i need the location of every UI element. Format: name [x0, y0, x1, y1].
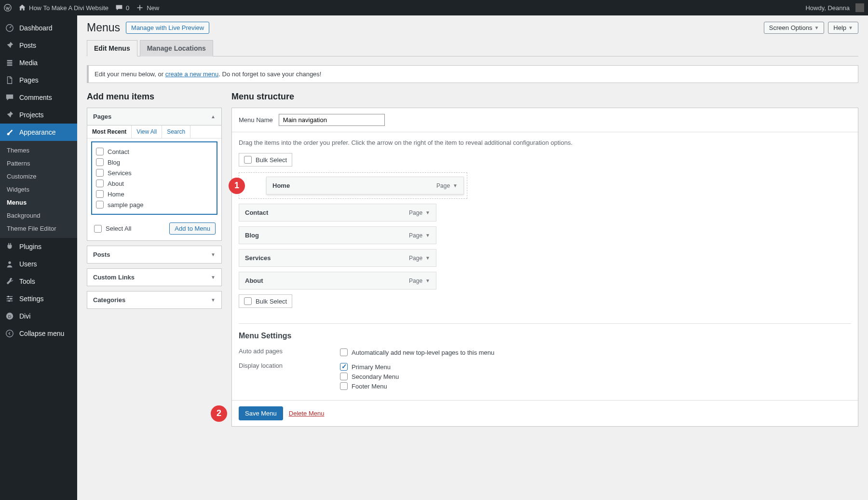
- create-menu-link[interactable]: create a new menu: [165, 70, 219, 78]
- sidebar-item-dashboard[interactable]: Dashboard: [0, 19, 77, 37]
- metabox-pages-toggle[interactable]: Pages ▲: [87, 108, 221, 125]
- caret-down-icon[interactable]: ▼: [425, 278, 430, 283]
- submenu-widgets[interactable]: Widgets: [0, 183, 77, 196]
- comment-icon: [115, 4, 123, 12]
- sidebar-item-settings[interactable]: Settings: [0, 290, 77, 307]
- page-check-services[interactable]: Services: [95, 167, 214, 178]
- caret-down-icon[interactable]: ▼: [425, 210, 430, 215]
- media-icon: [5, 58, 14, 68]
- page-check-about[interactable]: About: [95, 178, 214, 189]
- checkbox[interactable]: [96, 169, 104, 177]
- sidebar-item-projects[interactable]: Projects: [0, 106, 77, 124]
- menu-name-input[interactable]: [279, 114, 385, 126]
- metabox-posts-toggle[interactable]: Posts▼: [87, 246, 221, 263]
- account-link[interactable]: Howdy, Deanna: [805, 3, 864, 12]
- submenu-themes[interactable]: Themes: [0, 144, 77, 157]
- metabox-cats-toggle[interactable]: Categories▼: [87, 292, 221, 308]
- sidebar-item-appearance[interactable]: Appearance: [0, 124, 77, 141]
- location-primary[interactable]: Primary Menu: [340, 362, 399, 372]
- checkbox[interactable]: [340, 382, 348, 390]
- add-items-heading: Add menu items: [87, 92, 222, 102]
- checkbox[interactable]: [340, 373, 348, 380]
- checkbox[interactable]: [96, 148, 104, 155]
- menu-item-contact[interactable]: Contact Page▼: [239, 204, 436, 222]
- subtab-search[interactable]: Search: [162, 125, 190, 138]
- add-to-menu-button[interactable]: Add to Menu: [169, 222, 216, 235]
- page-check-contact[interactable]: Contact: [95, 146, 214, 157]
- menu-item-type: Page: [409, 255, 422, 262]
- menu-item-title: Contact: [245, 209, 268, 216]
- menu-item-services[interactable]: Services Page▼: [239, 249, 436, 267]
- menu-item-title: About: [245, 277, 263, 284]
- pages-subtabs: Most Recent View All Search: [87, 125, 221, 139]
- sidebar-item-media[interactable]: Media: [0, 54, 77, 71]
- checkbox[interactable]: [96, 180, 104, 187]
- checkbox[interactable]: [94, 225, 102, 233]
- sidebar-item-collapse[interactable]: Collapse menu: [0, 325, 77, 342]
- page-check-sample[interactable]: sample page: [95, 199, 214, 210]
- sidebar-item-posts[interactable]: Posts: [0, 37, 77, 54]
- checkbox[interactable]: [96, 190, 104, 198]
- submenu-menus[interactable]: Menus: [0, 196, 77, 209]
- checkbox[interactable]: [340, 348, 348, 356]
- select-all-pages[interactable]: Select All: [93, 223, 132, 234]
- caret-up-icon: ▲: [211, 114, 216, 119]
- page-check-home[interactable]: Home: [95, 189, 214, 199]
- site-link[interactable]: How To Make A Divi Website: [18, 4, 108, 12]
- tab-edit-menus[interactable]: Edit Menus: [87, 40, 137, 56]
- location-secondary[interactable]: Secondary Menu: [340, 372, 399, 381]
- bulk-select-bottom[interactable]: Bulk Select: [239, 294, 292, 308]
- location-footer[interactable]: Footer Menu: [340, 381, 399, 391]
- sidebar-item-comments[interactable]: Comments: [0, 89, 77, 106]
- new-link[interactable]: New: [136, 4, 159, 12]
- checkbox[interactable]: [244, 156, 252, 164]
- screen-options-button[interactable]: Screen Options▼: [764, 22, 825, 34]
- greeting: Howdy, Deanna: [805, 4, 850, 12]
- wp-logo-link[interactable]: [4, 4, 12, 12]
- menu-item-about[interactable]: About Page▼: [239, 272, 436, 290]
- comments-link[interactable]: 0: [115, 4, 129, 12]
- submenu-customize[interactable]: Customize: [0, 170, 77, 183]
- auto-add-checkbox-row[interactable]: Automatically add new top-level pages to…: [340, 347, 494, 357]
- submenu-patterns[interactable]: Patterns: [0, 157, 77, 170]
- chevron-down-icon: ▼: [814, 25, 819, 30]
- site-title: How To Make A Divi Website: [29, 4, 108, 12]
- checkbox[interactable]: [340, 363, 348, 371]
- caret-down-icon[interactable]: ▼: [425, 255, 430, 261]
- subtab-recent[interactable]: Most Recent: [87, 125, 132, 138]
- page-check-blog[interactable]: Blog: [95, 157, 214, 167]
- sidebar-item-users[interactable]: Users: [0, 255, 77, 273]
- checkbox[interactable]: [96, 201, 104, 208]
- caret-down-icon: ▼: [211, 297, 216, 303]
- tab-manage-locations[interactable]: Manage Locations: [140, 40, 213, 56]
- menu-item-blog[interactable]: Blog Page▼: [239, 226, 436, 244]
- save-menu-button[interactable]: Save Menu: [239, 406, 283, 420]
- sidebar-item-plugins[interactable]: Plugins: [0, 238, 77, 255]
- metabox-links-toggle[interactable]: Custom Links▼: [87, 269, 221, 286]
- submenu-theme-editor[interactable]: Theme File Editor: [0, 222, 77, 235]
- subtab-all[interactable]: View All: [132, 125, 162, 138]
- menu-item-type: Page: [436, 182, 450, 189]
- sidebar-item-tools[interactable]: Tools: [0, 273, 77, 290]
- metabox-custom-links: Custom Links▼: [87, 268, 222, 286]
- svg-text:D: D: [8, 314, 12, 319]
- caret-down-icon[interactable]: ▼: [453, 183, 458, 188]
- menu-item-home-dragging[interactable]: 1 Home Page▼: [239, 172, 467, 199]
- screen-options-label: Screen Options: [769, 24, 813, 31]
- submenu-background[interactable]: Background: [0, 209, 77, 222]
- live-preview-button[interactable]: Manage with Live Preview: [126, 22, 209, 34]
- sidebar-label: Settings: [19, 295, 44, 303]
- checkbox[interactable]: [96, 158, 104, 166]
- info-notice: Edit your menu below, or create a new me…: [87, 65, 858, 83]
- sidebar-item-divi[interactable]: DDivi: [0, 307, 77, 325]
- caret-down-icon[interactable]: ▼: [425, 233, 430, 238]
- annotation-2: 2: [211, 405, 227, 422]
- metabox-title: Custom Links: [93, 274, 135, 281]
- checkbox[interactable]: [244, 297, 252, 305]
- pin-icon: [5, 110, 14, 120]
- delete-menu-link[interactable]: Delete Menu: [289, 410, 325, 417]
- help-button[interactable]: Help▼: [828, 22, 858, 34]
- dashboard-icon: [5, 23, 14, 33]
- sidebar-item-pages[interactable]: Pages: [0, 71, 77, 89]
- bulk-select-top[interactable]: Bulk Select: [239, 153, 292, 167]
